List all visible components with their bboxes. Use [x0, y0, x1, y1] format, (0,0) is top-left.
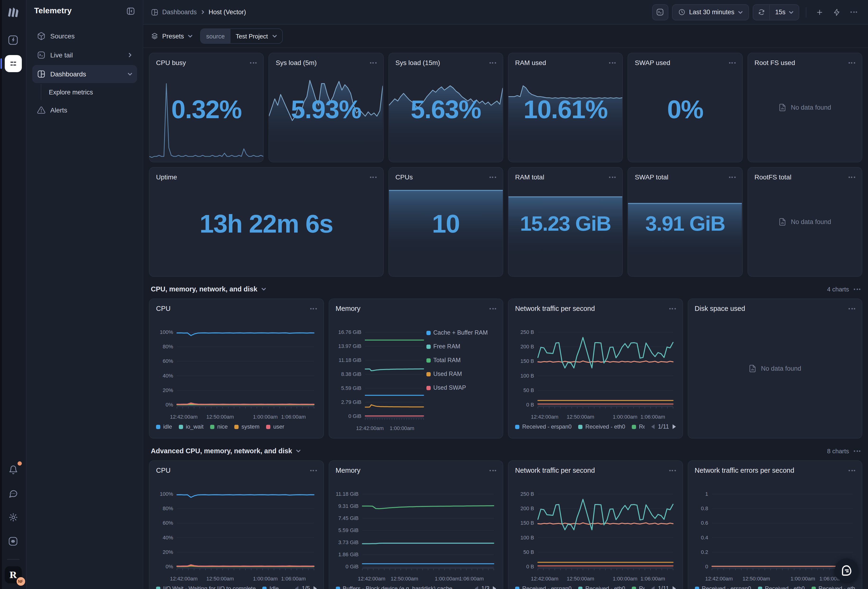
pager-prev-icon[interactable]: [651, 586, 655, 589]
card-menu-icon[interactable]: [250, 60, 257, 65]
card-menu-icon[interactable]: [669, 468, 676, 473]
legend-item[interactable]: system: [234, 423, 260, 430]
legend-item[interactable]: Received - erspan0: [695, 585, 751, 589]
rail-item-telemetry[interactable]: [4, 55, 22, 72]
card-menu-icon[interactable]: [310, 468, 317, 473]
card-menu-icon[interactable]: [490, 175, 496, 180]
network-chart-plot[interactable]: 0 B50 B100 B150 B200 B250 B12:42:00am12:…: [515, 313, 676, 421]
sidebar-item-live-tail[interactable]: Live tail: [32, 46, 137, 64]
support-chat-button[interactable]: [835, 559, 859, 582]
pager-next-icon[interactable]: [672, 424, 676, 429]
card-menu-icon[interactable]: [310, 306, 317, 311]
legend-item[interactable]: Received - eth1: [632, 423, 645, 430]
add-panel-button[interactable]: [813, 6, 826, 19]
legend-item[interactable]: Idle: [262, 585, 279, 589]
sidebar-item-dashboards[interactable]: Dashboards: [32, 65, 137, 83]
memory-chart-plot[interactable]: 0 GiB2.79 GiB5.59 GiB8.38 GiB11.18 GiB13…: [335, 313, 426, 432]
chart-card-memory[interactable]: Memory 0 GiB2.79 GiB5.59 GiB8.38 GiB11.1…: [328, 299, 503, 438]
stat-card-sys-load-15m[interactable]: Sys load (15m) 5.63%: [388, 53, 503, 162]
chart-card-advanced-memory[interactable]: Memory 0 GiB1.86 GiB3.73 GiB5.59 GiB7.45…: [328, 460, 503, 589]
errors-chart-plot[interactable]: 00.20.40.60.8112:42:00am12:50:00am1:00:0…: [695, 475, 855, 583]
rail-item-quickstart[interactable]: [4, 31, 22, 49]
section-menu-icon[interactable]: [854, 448, 861, 453]
legend-item[interactable]: nice: [210, 423, 228, 430]
refresh-interval-select[interactable]: 15s: [770, 4, 799, 20]
breadcrumb-parent[interactable]: Dashboards: [162, 9, 197, 16]
shortcuts-command-icon[interactable]: [4, 533, 22, 550]
legend-item[interactable]: idle: [156, 423, 172, 430]
card-menu-icon[interactable]: [729, 60, 735, 65]
memory-chart-plot[interactable]: 0 GiB1.86 GiB3.73 GiB5.59 GiB7.45 GiB9.3…: [335, 475, 496, 583]
stat-card-rootfs-total[interactable]: RootFS total No data found: [747, 167, 862, 277]
refresh-icon[interactable]: [753, 4, 770, 20]
pager-next-icon[interactable]: [313, 586, 317, 589]
notifications-bell-icon[interactable]: [4, 461, 22, 478]
pager-next-icon[interactable]: [672, 586, 676, 589]
legend-item[interactable]: Received - erspan0: [515, 423, 571, 430]
quick-actions-zap-button[interactable]: [830, 6, 843, 19]
card-menu-icon[interactable]: [490, 306, 496, 311]
pager-prev-icon[interactable]: [475, 586, 478, 589]
sidebar-item-sources[interactable]: Sources: [32, 27, 137, 45]
card-menu-icon[interactable]: [849, 175, 855, 180]
legend-item[interactable]: Received - eth1: [632, 585, 645, 589]
legend-item[interactable]: Cache + Buffer RAM: [426, 329, 496, 336]
legend-item[interactable]: I/O Wait - Waiting for I/O to complete: [156, 585, 256, 589]
section-toggle[interactable]: Advanced CPU, memory, network, and disk: [151, 447, 301, 455]
stat-card-ram-total[interactable]: RAM total 15.23 GiB: [508, 167, 623, 277]
card-menu-icon[interactable]: [490, 60, 496, 65]
legend-item[interactable]: Total RAM: [426, 357, 496, 364]
network-chart-plot[interactable]: 0 B50 B100 B150 B200 B250 B12:42:00am12:…: [515, 475, 676, 583]
legend-item[interactable]: Received - erspan0: [515, 585, 571, 589]
source-filter[interactable]: source Test Project: [200, 28, 283, 44]
app-logo-icon[interactable]: [7, 7, 19, 19]
console-panel-button[interactable]: [652, 4, 668, 20]
legend-item[interactable]: Received - eth0: [578, 585, 625, 589]
chart-card-disk-space[interactable]: Disk space used No data found: [688, 299, 862, 438]
time-range-picker[interactable]: Last 30 minutes: [672, 4, 749, 20]
presets-dropdown[interactable]: Presets: [151, 32, 193, 40]
stat-card-cpus[interactable]: CPUs 10: [388, 167, 503, 277]
stat-card-cpu-busy[interactable]: CPU busy 0.32%: [149, 53, 264, 162]
legend-item[interactable]: Received - eth1: [811, 585, 855, 589]
legend-item[interactable]: Used RAM: [426, 371, 496, 377]
legend-item[interactable]: io_wait: [179, 423, 204, 430]
chart-card-cpu[interactable]: CPU 0%20%40%60%80%100%12:42:00am12:50:00…: [149, 299, 324, 438]
user-avatar[interactable]: R NF: [4, 566, 22, 583]
stat-card-ram-used[interactable]: RAM used 10.61%: [508, 53, 623, 162]
section-menu-icon[interactable]: [854, 286, 861, 292]
chart-card-advanced-cpu[interactable]: CPU 0%20%40%60%80%100%12:42:00am12:50:00…: [149, 460, 324, 589]
card-menu-icon[interactable]: [490, 468, 496, 473]
legend-item[interactable]: Used SWAP: [426, 385, 496, 391]
feedback-chat-icon[interactable]: [4, 485, 22, 502]
pager-next-icon[interactable]: [493, 586, 496, 589]
stat-card-sys-load-5m[interactable]: Sys load (5m) 5.93%: [269, 53, 384, 162]
stat-card-swap-used[interactable]: SWAP used 0%: [628, 53, 743, 162]
stat-card-root-fs-used[interactable]: Root FS used No data found: [747, 53, 862, 162]
card-menu-icon[interactable]: [370, 60, 376, 65]
chart-card-advanced-network[interactable]: Network traffic per second 0 B50 B100 B1…: [508, 460, 683, 589]
legend-item[interactable]: user: [266, 423, 284, 430]
refresh-control[interactable]: 15s: [753, 4, 799, 20]
card-menu-icon[interactable]: [609, 175, 616, 180]
stat-card-uptime[interactable]: Uptime 13h 22m 6s: [149, 167, 384, 277]
section-toggle[interactable]: CPU, memory, network, and disk: [151, 285, 266, 293]
card-menu-icon[interactable]: [370, 175, 376, 180]
legend-item[interactable]: Received - eth0: [578, 423, 625, 430]
pager-prev-icon[interactable]: [651, 424, 655, 429]
sidebar-item-explore-metrics[interactable]: Explore metrics: [41, 84, 137, 100]
theme-brightness-icon[interactable]: [4, 509, 22, 526]
card-menu-icon[interactable]: [669, 306, 676, 311]
cpu-chart-plot[interactable]: 0%20%40%60%80%100%12:42:00am12:50:00am1:…: [156, 313, 317, 421]
card-menu-icon[interactable]: [849, 60, 855, 65]
cpu-chart-plot[interactable]: 0%20%40%60%80%100%12:42:00am12:50:00am1:…: [156, 475, 317, 583]
chart-card-network-traffic[interactable]: Network traffic per second 0 B50 B100 B1…: [508, 299, 683, 438]
legend-item[interactable]: Received - eth0: [758, 585, 805, 589]
stat-card-swap-total[interactable]: SWAP total 3.91 GiB: [628, 167, 743, 277]
sidebar-item-alerts[interactable]: Alerts: [32, 101, 137, 119]
card-menu-icon[interactable]: [609, 60, 616, 65]
card-menu-icon[interactable]: [849, 468, 855, 473]
legend-item[interactable]: Buffers - Block device (e.g. harddisk) c…: [335, 585, 452, 589]
more-menu-button[interactable]: [847, 6, 861, 19]
legend-item[interactable]: Free RAM: [426, 343, 496, 350]
